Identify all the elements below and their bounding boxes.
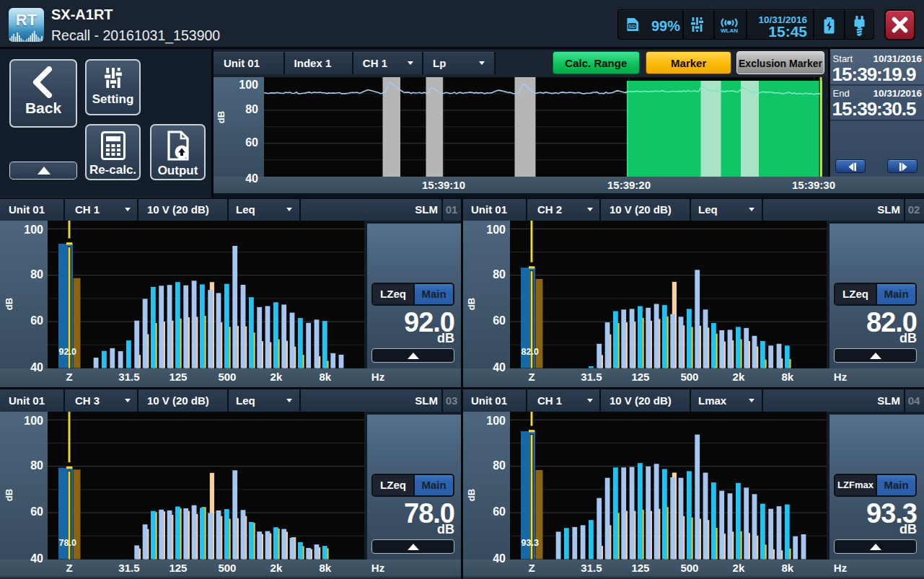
svg-text:WLAN: WLAN — [721, 27, 738, 33]
svg-text:SD: SD — [628, 23, 636, 30]
